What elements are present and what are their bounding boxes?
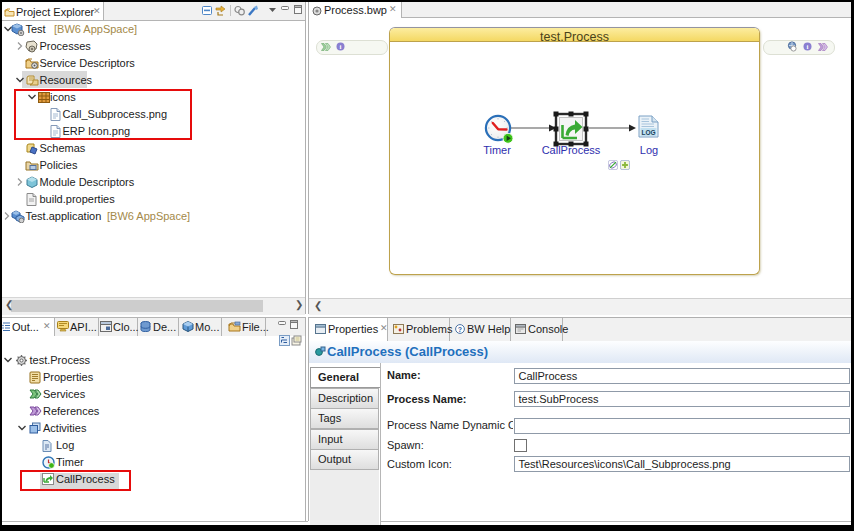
svg-text:i: i xyxy=(340,43,342,51)
svg-text:LOG: LOG xyxy=(641,129,655,136)
svg-text:?: ? xyxy=(458,326,462,333)
svg-text:i: i xyxy=(807,43,809,51)
